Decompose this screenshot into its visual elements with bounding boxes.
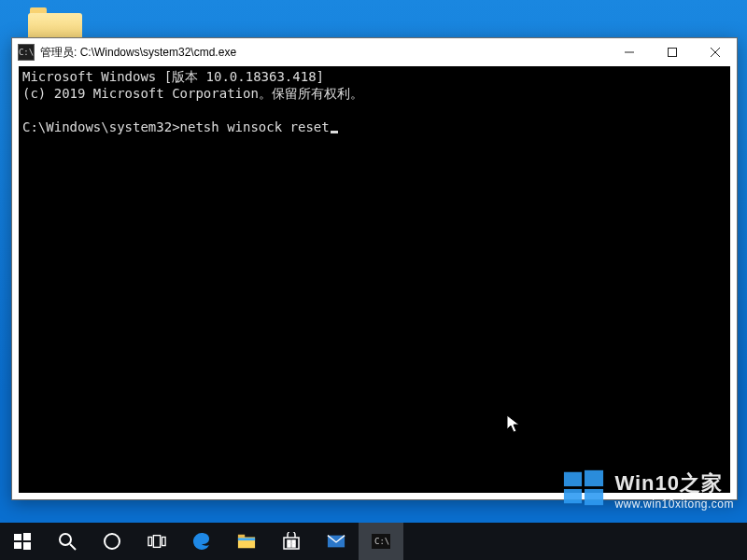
window-client: Microsoft Windows [版本 10.0.18363.418] (c… [13,66,736,498]
svg-rect-6 [564,489,582,503]
cortana-button[interactable] [90,523,134,560]
svg-rect-7 [585,489,603,505]
window-controls [608,38,737,66]
svg-rect-1 [669,49,677,57]
svg-rect-24 [288,544,290,547]
svg-rect-20 [238,538,255,540]
start-button[interactable] [0,523,45,560]
svg-point-12 [60,534,71,545]
minimize-button[interactable] [608,38,651,66]
terminal-line: Microsoft Windows [版本 10.0.18363.418] [22,69,324,84]
watermark-title: Win10之家 [614,469,734,497]
svg-rect-10 [14,542,21,549]
watermark: Win10之家 www.win10xitong.com [562,467,734,513]
cursor [331,131,338,133]
svg-rect-11 [23,542,31,550]
taskview-button[interactable] [134,523,179,560]
svg-rect-4 [564,472,582,486]
svg-rect-15 [148,537,152,545]
svg-rect-16 [153,536,160,548]
windows-logo-icon [562,467,605,513]
search-button[interactable] [45,523,90,560]
svg-rect-5 [585,470,603,486]
svg-rect-22 [288,540,290,543]
svg-text:C:\: C:\ [374,537,389,546]
svg-rect-9 [23,533,31,540]
cmd-icon: C:\ [18,44,35,61]
maximize-button[interactable] [651,38,694,66]
watermark-url: www.win10xitong.com [614,497,734,511]
svg-rect-8 [14,534,21,540]
taskbar: C:\ [0,523,747,560]
svg-rect-23 [292,540,295,543]
window-title: 管理员: C:\Windows\system32\cmd.exe [40,45,236,61]
terminal-command: netsh winsock reset [180,119,330,134]
terminal-prompt: C:\Windows\system32> [22,119,180,134]
cmd-window: C:\ 管理员: C:\Windows\system32\cmd.exe Mic… [11,37,738,500]
desktop: C:\ 管理员: C:\Windows\system32\cmd.exe Mic… [0,0,747,560]
cmd-task-button[interactable]: C:\ [359,523,403,560]
svg-rect-19 [238,535,245,539]
terminal-output[interactable]: Microsoft Windows [版本 10.0.18363.418] (c… [19,66,730,493]
svg-rect-25 [292,544,295,547]
store-button[interactable] [269,523,314,560]
mail-button[interactable] [314,523,359,560]
close-button[interactable] [694,38,737,66]
svg-point-14 [105,534,120,549]
explorer-button[interactable] [224,523,269,560]
edge-button[interactable] [179,523,224,560]
svg-line-13 [70,544,76,550]
titlebar[interactable]: C:\ 管理员: C:\Windows\system32\cmd.exe [12,38,737,66]
svg-rect-17 [162,537,165,545]
mouse-pointer-icon [506,414,523,435]
svg-rect-21 [284,538,299,549]
terminal-line: (c) 2019 Microsoft Corporation。保留所有权利。 [22,86,363,101]
